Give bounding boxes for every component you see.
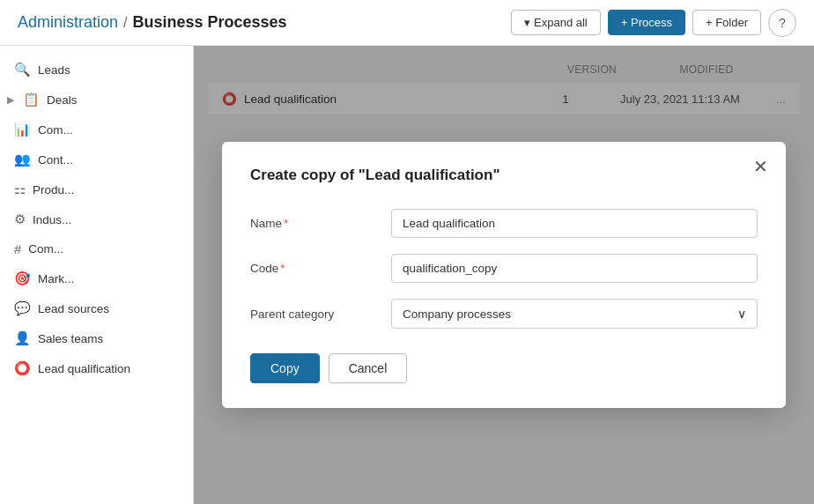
copy-modal: Create copy of "Lead qualification" ✕ Na… <box>222 142 786 408</box>
code-label: Code* <box>250 262 391 275</box>
breadcrumb: Administration / Business Processes <box>18 13 287 32</box>
sidebar-item-contacts[interactable]: 👥 Cont... <box>0 145 193 174</box>
parent-label: Parent category <box>250 308 391 321</box>
main-content: 🔍 Leads ▶ 📋 Deals 📊 Com... 👥 Cont... ⚏ P… <box>0 46 814 504</box>
expand-icon: ▾ <box>524 16 530 29</box>
com-icon: 📊 <box>14 122 31 137</box>
expand-all-button[interactable]: ▾ Expand all <box>511 10 601 35</box>
sidebar-item-lead-qualification[interactable]: ⭕ Lead qualification <box>0 353 193 383</box>
expand-all-label: Expand all <box>534 16 588 29</box>
sidebar-item-industry[interactable]: ⚙ Indus... <box>0 204 193 234</box>
sidebar-item-com2[interactable]: # Com... <box>0 234 193 263</box>
name-field-row: Name* <box>250 209 758 238</box>
breadcrumb-separator: / <box>123 15 127 31</box>
help-icon: ? <box>779 16 786 30</box>
content-area: Version Modified ⭕ Lead qualification 1 … <box>194 46 814 504</box>
com2-icon: # <box>14 241 21 256</box>
sidebar-item-label: Cont... <box>38 153 73 167</box>
leads-icon: 🔍 <box>14 62 31 78</box>
cancel-button[interactable]: Cancel <box>329 353 408 383</box>
industry-icon: ⚙ <box>14 211 26 227</box>
name-label: Name* <box>250 217 391 230</box>
parent-category-row: Parent category Company processes ∨ <box>250 299 758 329</box>
modal-actions: Copy Cancel <box>250 353 758 383</box>
modal-overlay: Create copy of "Lead qualification" ✕ Na… <box>194 46 814 504</box>
name-required-star: * <box>284 217 288 230</box>
contacts-icon: 👥 <box>14 152 31 167</box>
code-field-row: Code* <box>250 254 758 283</box>
sidebar-item-products[interactable]: ⚏ Produ... <box>0 174 193 204</box>
header-actions: ▾ Expand all + Process + Folder ? <box>511 9 796 37</box>
sidebar-item-label: Lead sources <box>38 302 109 315</box>
sidebar-item-marketing[interactable]: 🎯 Mark... <box>0 263 193 293</box>
modal-title: Create copy of "Lead qualification" <box>250 167 758 184</box>
chevron-right-icon: ▶ <box>7 94 14 106</box>
sidebar-item-label: Com... <box>38 123 73 137</box>
lead-qual-icon: ⭕ <box>14 360 31 376</box>
page-title: Business Processes <box>133 13 287 32</box>
parent-category-value: Company processes <box>403 308 511 321</box>
sidebar-item-label: Sales teams <box>38 332 103 345</box>
parent-category-select[interactable]: Company processes ∨ <box>391 299 758 329</box>
products-icon: ⚏ <box>14 182 26 197</box>
sidebar-item-label: Mark... <box>38 272 74 285</box>
help-button[interactable]: ? <box>768 9 796 37</box>
sidebar-item-leads[interactable]: 🔍 Leads <box>0 55 193 85</box>
name-input[interactable] <box>391 209 758 238</box>
chevron-down-icon: ∨ <box>737 307 746 321</box>
app-header: Administration / Business Processes ▾ Ex… <box>0 0 814 46</box>
deals-icon: 📋 <box>23 92 40 107</box>
sidebar-item-com[interactable]: 📊 Com... <box>0 115 193 145</box>
modal-close-button[interactable]: ✕ <box>753 158 768 175</box>
breadcrumb-admin-link[interactable]: Administration <box>18 13 118 32</box>
sales-teams-icon: 👤 <box>14 330 31 346</box>
add-folder-button[interactable]: + Folder <box>692 10 761 35</box>
add-process-button[interactable]: + Process <box>608 10 685 35</box>
sidebar-item-label: Indus... <box>33 213 71 226</box>
sidebar: 🔍 Leads ▶ 📋 Deals 📊 Com... 👥 Cont... ⚏ P… <box>0 46 194 504</box>
sidebar-item-sales-teams[interactable]: 👤 Sales teams <box>0 323 193 353</box>
sidebar-item-deals[interactable]: ▶ 📋 Deals <box>0 85 193 115</box>
sidebar-item-label: Leads <box>38 63 70 77</box>
sidebar-item-lead-sources[interactable]: 💬 Lead sources <box>0 293 193 323</box>
copy-button[interactable]: Copy <box>250 353 320 383</box>
sidebar-item-label: Deals <box>47 93 78 107</box>
sidebar-item-label: Com... <box>28 242 63 256</box>
sidebar-item-label: Lead qualification <box>38 362 130 375</box>
marketing-icon: 🎯 <box>14 271 31 286</box>
sidebar-item-label: Produ... <box>33 183 74 196</box>
code-required-star: * <box>280 262 285 275</box>
code-input[interactable] <box>391 254 758 283</box>
lead-sources-icon: 💬 <box>14 300 31 316</box>
